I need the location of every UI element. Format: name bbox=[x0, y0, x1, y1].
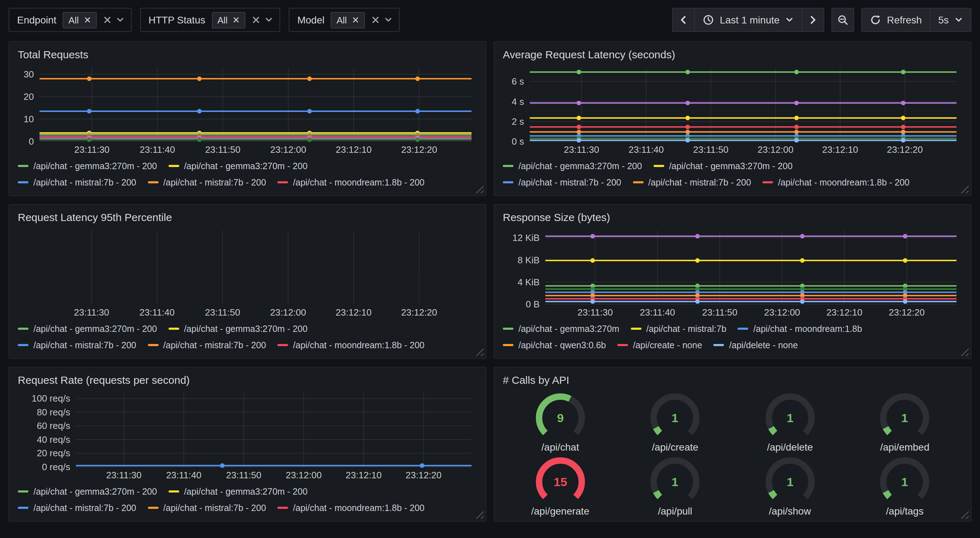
panel-title[interactable]: Request Latency 95th Percentile bbox=[18, 209, 477, 226]
chevron-down-icon[interactable] bbox=[384, 16, 392, 24]
legend-item[interactable]: /api/chat - gemma3:270m - 200 bbox=[503, 161, 642, 171]
svg-text:23:11:40: 23:11:40 bbox=[139, 307, 175, 318]
latency-95th-chart: 23:11:3023:11:4023:11:5023:12:0023:12:10… bbox=[18, 226, 477, 319]
average-latency-chart: 23:11:3023:11:4023:11:5023:12:0023:12:10… bbox=[503, 63, 962, 156]
chevron-down-icon[interactable] bbox=[264, 16, 273, 24]
panel-title[interactable]: Total Requests bbox=[18, 46, 477, 63]
filter-value-chip[interactable]: All bbox=[212, 12, 245, 28]
clear-filter-icon[interactable] bbox=[103, 16, 111, 24]
svg-text:23:11:40: 23:11:40 bbox=[628, 144, 663, 155]
gauge-api-chat: 9/api/chat bbox=[529, 392, 592, 452]
legend-item[interactable]: /api/chat - mistral:7b - 200 bbox=[18, 177, 136, 187]
legend-item[interactable]: /api/chat - mistral:7b - 200 bbox=[503, 177, 621, 187]
series-color-dash bbox=[503, 344, 514, 346]
legend-item[interactable]: /api/chat - mistral:7b - 200 bbox=[148, 177, 266, 187]
remove-filter-value-icon[interactable] bbox=[232, 16, 240, 24]
remove-filter-value-icon[interactable] bbox=[352, 16, 359, 24]
legend-row: /api/chat - qwen3:0.6b/api/create - none… bbox=[503, 337, 962, 353]
legend-item[interactable]: /api/chat - gemma3:270m - 200 bbox=[168, 161, 307, 171]
panel-title[interactable]: Response Size (bytes) bbox=[503, 209, 962, 226]
legend-row: /api/chat - gemma3:270m - 200/api/chat -… bbox=[18, 321, 477, 337]
legend-item[interactable]: /api/chat - moondream:1.8b - 200 bbox=[277, 503, 425, 513]
zoom-out-time-button[interactable] bbox=[831, 8, 854, 32]
legend-item[interactable]: /api/delete - none bbox=[714, 340, 798, 350]
series-color-dash bbox=[18, 344, 29, 346]
legend-item[interactable]: /api/chat - gemma3:270m - 200 bbox=[18, 324, 157, 334]
clear-filter-icon[interactable] bbox=[371, 16, 379, 24]
svg-text:0 req/s: 0 req/s bbox=[42, 462, 70, 472]
panel-title[interactable]: # Calls by API bbox=[503, 372, 962, 389]
svg-text:8 KiB: 8 KiB bbox=[517, 255, 539, 265]
legend-item[interactable]: /api/chat - mistral:7b - 200 bbox=[18, 503, 136, 513]
series-color-dash bbox=[762, 181, 773, 184]
legend-item[interactable]: /api/chat - mistral:7b - 200 bbox=[633, 177, 751, 187]
legend-label: /api/chat - moondream:1.8b - 200 bbox=[293, 503, 425, 513]
time-shift-forward-button[interactable] bbox=[802, 8, 824, 32]
filter-http-status[interactable]: HTTP Status All bbox=[140, 8, 280, 32]
time-shift-back-button[interactable] bbox=[672, 8, 695, 32]
series-color-dash bbox=[738, 328, 749, 330]
legend-item[interactable]: /api/chat - mistral:7b - 200 bbox=[148, 340, 266, 350]
clear-filter-icon[interactable] bbox=[252, 16, 260, 24]
time-controls: Last 1 minute Refresh 5s bbox=[672, 8, 972, 32]
svg-text:4 s: 4 s bbox=[512, 96, 524, 107]
legend-item[interactable]: /api/chat - moondream:1.8b - 200 bbox=[277, 340, 425, 350]
time-series-plot: 23:11:3023:11:4023:11:5023:12:0023:12:10… bbox=[18, 389, 477, 482]
filter-value-chip[interactable]: All bbox=[63, 12, 97, 28]
time-series-plot: 23:11:3023:11:4023:11:5023:12:0023:12:10… bbox=[503, 63, 962, 156]
legend-label: /api/chat - mistral:7b - 200 bbox=[33, 340, 136, 350]
svg-text:1: 1 bbox=[901, 411, 908, 424]
response-size-chart: 23:11:3023:11:4023:11:5023:12:0023:12:10… bbox=[503, 226, 962, 319]
series-color-dash bbox=[714, 344, 724, 346]
remove-filter-value-icon[interactable] bbox=[84, 16, 91, 24]
series-color-dash bbox=[617, 344, 628, 346]
filter-model[interactable]: Model All bbox=[289, 8, 399, 32]
legend-item[interactable]: /api/chat - moondream:1.8b bbox=[738, 324, 862, 334]
gauge-title: /api/tags bbox=[886, 505, 924, 516]
series-color-dash bbox=[18, 328, 29, 330]
gauge-title: /api/show bbox=[769, 505, 811, 516]
time-range-picker[interactable]: Last 1 minute bbox=[694, 8, 802, 32]
gauge-arc: 1 bbox=[759, 392, 821, 442]
series-color-dash bbox=[18, 165, 29, 167]
legend-label: /api/chat - mistral:7b - 200 bbox=[519, 177, 621, 187]
refresh-button[interactable]: Refresh bbox=[861, 8, 930, 32]
series-color-dash bbox=[653, 165, 664, 167]
filter-endpoint[interactable]: Endpoint All bbox=[8, 8, 131, 32]
legend-item[interactable]: /api/chat - gemma3:270m - 200 bbox=[18, 161, 157, 171]
legend-item[interactable]: /api/chat - qwen3:0.6b bbox=[503, 340, 606, 350]
chevron-down-icon[interactable] bbox=[116, 16, 124, 24]
chart-legend: /api/chat - gemma3:270m - 200/api/chat -… bbox=[503, 156, 962, 193]
legend-label: /api/chat - moondream:1.8b - 200 bbox=[293, 340, 425, 350]
panel-latency-95th-percentile: Request Latency 95th Percentile 23:11:30… bbox=[8, 204, 487, 359]
filter-label: Endpoint bbox=[17, 14, 57, 25]
legend-row: /api/chat - gemma3:270m/api/chat - mistr… bbox=[503, 321, 962, 337]
legend-item[interactable]: /api/chat - moondream:1.8b - 200 bbox=[277, 177, 425, 187]
panel-request-rate: Request Rate (requests per second) 23:11… bbox=[8, 367, 487, 522]
legend-item[interactable]: /api/chat - mistral:7b - 200 bbox=[18, 340, 136, 350]
legend-item[interactable]: /api/chat - gemma3:270m - 200 bbox=[168, 486, 307, 497]
panel-title[interactable]: Request Rate (requests per second) bbox=[18, 372, 477, 389]
svg-text:30: 30 bbox=[24, 69, 34, 79]
series-color-dash bbox=[503, 328, 514, 330]
legend-item[interactable]: /api/chat - moondream:1.8b - 200 bbox=[762, 177, 910, 187]
legend-label: /api/chat - moondream:1.8b - 200 bbox=[778, 177, 910, 187]
legend-item[interactable]: /api/chat - gemma3:270m - 200 bbox=[653, 161, 792, 171]
svg-text:23:12:00: 23:12:00 bbox=[270, 307, 306, 318]
refresh-icon bbox=[870, 14, 881, 25]
panel-calls-by-api: # Calls by API 9/api/chat1/api/create1/a… bbox=[493, 367, 972, 522]
legend-item[interactable]: /api/chat - gemma3:270m - 200 bbox=[168, 324, 307, 334]
legend-label: /api/chat - gemma3:270m - 200 bbox=[184, 161, 307, 171]
panel-title[interactable]: Average Request Latency (seconds) bbox=[503, 46, 962, 63]
svg-text:1: 1 bbox=[787, 411, 793, 424]
svg-text:15: 15 bbox=[554, 475, 567, 488]
filter-value-chip[interactable]: All bbox=[331, 12, 364, 28]
legend-item[interactable]: /api/chat - gemma3:270m bbox=[503, 324, 619, 334]
legend-label: /api/chat - moondream:1.8b - 200 bbox=[293, 177, 425, 187]
legend-item[interactable]: /api/chat - mistral:7b - 200 bbox=[148, 503, 266, 513]
legend-item[interactable]: /api/create - none bbox=[617, 340, 702, 350]
legend-item[interactable]: /api/chat - mistral:7b bbox=[631, 324, 727, 334]
refresh-interval-picker[interactable]: 5s bbox=[929, 8, 972, 32]
legend-item[interactable]: /api/chat - gemma3:270m - 200 bbox=[18, 486, 157, 497]
gauge-title: /api/embed bbox=[880, 441, 929, 452]
